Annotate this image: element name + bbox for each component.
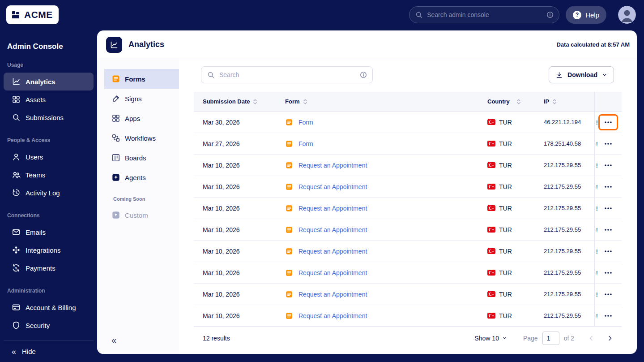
row-actions-button[interactable]: [600, 202, 617, 215]
collapse-subnav-button[interactable]: «: [104, 329, 179, 354]
row-actions-button[interactable]: [600, 309, 617, 323]
subnav-item-label: Workflows: [125, 134, 156, 142]
ellipsis-icon: [605, 207, 612, 209]
clipped-text: !: [596, 269, 598, 276]
cell-submission-date: Mar 10, 2026: [194, 305, 285, 326]
sidebar-item-users[interactable]: Users: [4, 148, 94, 166]
sort-icon[interactable]: [253, 99, 257, 105]
sidebar-item-teams[interactable]: Teams: [4, 166, 94, 184]
row-actions-button[interactable]: [600, 137, 617, 151]
turkey-flag-icon: [487, 291, 495, 297]
sidebar-item-activity-log[interactable]: Activity Log: [4, 184, 94, 202]
form-link[interactable]: Form: [299, 140, 313, 147]
row-actions-button[interactable]: [600, 116, 617, 129]
row-actions-button[interactable]: [600, 245, 617, 258]
submissions-search-icon: [12, 113, 21, 122]
table-search-input[interactable]: [219, 71, 355, 78]
form-link[interactable]: Form: [299, 119, 313, 126]
cell-submission-date: Mar 10, 2026: [194, 198, 285, 219]
show-per-page-select[interactable]: Show 10: [474, 335, 507, 342]
cell-country: TUR: [487, 284, 544, 305]
chevron-left-icon: [588, 335, 595, 342]
row-actions-button[interactable]: [600, 266, 617, 280]
admin-search[interactable]: [409, 6, 559, 23]
form-icon: [285, 183, 293, 191]
help-button[interactable]: ? Help: [566, 6, 606, 24]
table-row: Mar 10, 2026 Request an Appointment: [194, 305, 622, 327]
country-code: TUR: [499, 205, 512, 212]
ellipsis-icon: [605, 164, 612, 166]
clipped-text: !: [596, 291, 598, 297]
sidebar-item-security[interactable]: Security: [4, 316, 94, 334]
cell-form: Request an Appointment: [285, 198, 487, 219]
form-icon: [285, 290, 293, 298]
row-actions-button[interactable]: [600, 159, 617, 172]
sort-icon[interactable]: [303, 99, 307, 105]
submissions-table: Submission Date Form Country: [194, 92, 622, 349]
form-link[interactable]: Request an Appointment: [299, 205, 367, 212]
sidebar-item-assets[interactable]: Assets: [4, 90, 94, 108]
subnav-item-label: Agents: [125, 174, 146, 181]
cell-actions: !: [594, 284, 622, 305]
main-card: Analytics Data calculated at 8:57 AM For…: [97, 30, 637, 354]
subnav-item-boards[interactable]: Boards: [104, 148, 179, 168]
next-page-button[interactable]: [605, 333, 615, 344]
ellipsis-icon: [605, 121, 612, 123]
subnav-item-signs[interactable]: Signs: [104, 89, 179, 108]
clipped-text: !: [596, 119, 598, 125]
page-number-input[interactable]: [542, 332, 559, 345]
subnav-item-forms[interactable]: Forms: [104, 69, 179, 89]
table-search[interactable]: [201, 66, 373, 83]
info-icon[interactable]: [360, 71, 367, 78]
cell-submission-date: Mar 10, 2026: [194, 176, 285, 197]
cell-actions: !: [594, 219, 622, 240]
hide-sidebar-button[interactable]: « Hide: [4, 340, 94, 362]
row-actions-button[interactable]: [600, 223, 617, 237]
cell-submission-date: Mar 27, 2026: [194, 133, 285, 154]
download-button[interactable]: Download: [549, 66, 614, 83]
sidebar-item-integrations[interactable]: Integrations: [4, 241, 94, 259]
sidebar-item-label: Payments: [26, 264, 55, 272]
form-link[interactable]: Request an Appointment: [299, 269, 367, 276]
column-header-submission-date[interactable]: Submission Date: [194, 92, 285, 111]
subnav-item-workflows[interactable]: Workflows: [104, 128, 179, 148]
turkey-flag-icon: [487, 184, 495, 190]
form-link[interactable]: Request an Appointment: [299, 183, 367, 190]
subnav-item-agents[interactable]: Agents: [104, 168, 179, 187]
sort-icon[interactable]: [552, 99, 557, 105]
row-actions-button[interactable]: [600, 288, 617, 301]
hide-label: Hide: [22, 348, 36, 355]
cell-actions: !: [594, 176, 622, 197]
row-actions-button[interactable]: [600, 180, 617, 194]
form-link[interactable]: Request an Appointment: [299, 312, 367, 319]
previous-page-button[interactable]: [586, 333, 597, 344]
column-header-country[interactable]: Country: [487, 92, 544, 111]
info-icon[interactable]: [546, 11, 554, 18]
sidebar-item-account-billing[interactable]: Account & Billing: [4, 298, 94, 316]
show-label: Show 10: [474, 335, 499, 342]
cell-form: Request an Appointment: [285, 176, 487, 197]
workflows-icon: [111, 134, 120, 142]
cell-form: Request an Appointment: [285, 155, 487, 176]
avatar[interactable]: [618, 6, 636, 24]
column-header-form[interactable]: Form: [285, 92, 487, 111]
forms-icon: [111, 74, 120, 83]
sort-icon[interactable]: [516, 99, 521, 105]
form-link[interactable]: Request an Appointment: [299, 248, 367, 255]
sidebar-item-analytics[interactable]: Analytics: [4, 73, 94, 90]
cell-ip: 212.175.29.55: [544, 305, 594, 326]
turkey-flag-icon: [487, 162, 495, 168]
acme-logo[interactable]: ACME: [6, 5, 59, 24]
subnav-item-apps[interactable]: Apps: [104, 108, 179, 128]
form-link[interactable]: Request an Appointment: [299, 226, 367, 233]
sidebar-item-payments[interactable]: $ Payments: [4, 259, 94, 277]
sidebar-item-emails[interactable]: Emails: [4, 223, 94, 241]
teams-icon: [12, 170, 21, 179]
subnav-item-custom[interactable]: Custom: [104, 205, 179, 225]
form-link[interactable]: Request an Appointment: [299, 291, 367, 298]
sidebar-item-submissions[interactable]: Submissions: [4, 108, 94, 126]
cell-submission-date: Mar 10, 2026: [194, 219, 285, 240]
column-header-ip[interactable]: IP: [544, 92, 594, 111]
admin-search-input[interactable]: [427, 11, 542, 18]
form-link[interactable]: Request an Appointment: [299, 162, 367, 169]
